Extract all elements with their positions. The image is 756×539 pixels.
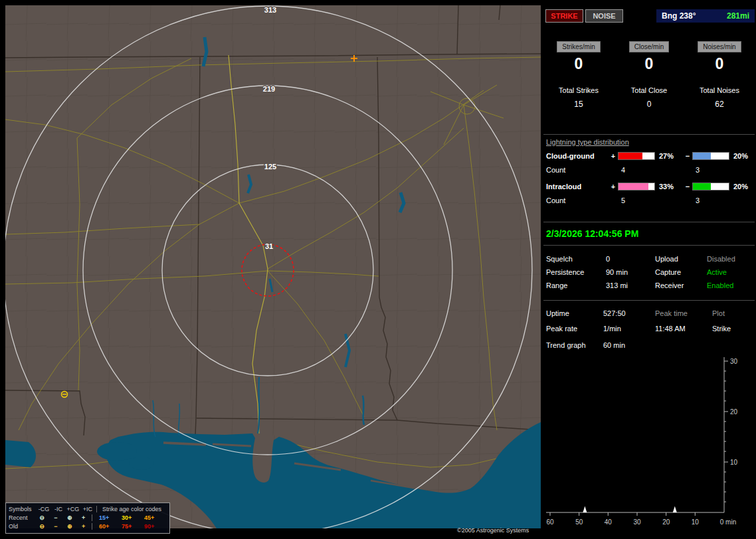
upload-status: Disabled	[707, 252, 755, 266]
cg-plus-count: 4	[618, 166, 656, 174]
legend-age-header: Strike age color codes	[96, 506, 167, 512]
persistence-value: 90 min	[606, 266, 655, 279]
map-legend: Symbols -CG -IC +CG +IC Strike age color…	[5, 502, 170, 534]
ring-label-313: 313	[264, 6, 276, 14]
ic-minus-bar	[692, 183, 729, 191]
plot-value: Strike	[712, 321, 755, 337]
bearing-display: Bng 238° 281mi	[656, 9, 755, 23]
neg-cg-old-icon: ⊖	[35, 523, 49, 530]
total-strikes-value: 15	[543, 100, 614, 109]
ring-label-125: 125	[264, 163, 276, 171]
noise-button[interactable]: NOISE	[585, 9, 623, 23]
svg-text:10: 10	[730, 459, 738, 466]
svg-text:0 min: 0 min	[720, 518, 736, 526]
intracloud-count-row: Count 5 3	[546, 196, 752, 204]
peak-time-header: Peak time	[655, 306, 712, 321]
ic-minus-count: 3	[692, 196, 731, 204]
legend-col-neg-cg: -CG	[37, 506, 51, 512]
age-code-30: 30+	[122, 514, 144, 521]
cg-minus-count: 3	[692, 166, 731, 174]
svg-text:30: 30	[633, 518, 641, 526]
range-value: 313 mi	[606, 279, 655, 292]
uptime-label: Uptime	[546, 306, 603, 321]
distribution-title: Lightning type distribution	[546, 138, 752, 146]
close-per-min-value: 0	[614, 55, 684, 73]
strikes-per-min-label: Strikes/min	[557, 41, 600, 52]
squelch-label: Squelch	[546, 252, 606, 266]
count-label: Count	[546, 166, 609, 174]
total-noises-label: Total Noises	[684, 86, 755, 94]
intracloud-row: Intracloud + 33% − 20%	[546, 183, 752, 191]
trend-header: Trend graph 60 min	[543, 341, 755, 349]
bearing-label: Bng 238°	[662, 11, 696, 21]
pos-cg-old-icon: ⊕	[62, 523, 76, 530]
strike-button[interactable]: STRIKE	[545, 9, 583, 23]
age-code-75: 75+	[122, 523, 144, 530]
distribution-section: Lightning type distribution Cloud-ground…	[543, 134, 755, 213]
age-code-90: 90+	[144, 523, 167, 530]
stats-section: Uptime 527:50 Peak time Plot Peak rate 1…	[543, 300, 755, 337]
legend-col-neg-ic: -IC	[51, 506, 66, 512]
panel-header: STRIKE NOISE Bng 238° 281mi	[543, 9, 755, 23]
svg-text:10: 10	[692, 518, 700, 526]
settings-section: Squelch 0 Upload Disabled Persistence 90…	[543, 248, 755, 292]
peak-rate-label: Peak rate	[546, 321, 603, 337]
pos-cg-recent-icon: ⊕	[62, 514, 76, 521]
ic-plus-count: 5	[618, 196, 656, 204]
svg-text:50: 50	[575, 518, 583, 526]
cloud-ground-count-row: Count 4 3	[546, 166, 752, 174]
svg-text:40: 40	[605, 518, 613, 526]
squelch-value: 0	[606, 252, 655, 266]
trend-x-labels: 60 50 40 30 20 10 0 min	[546, 518, 736, 526]
total-close-label: Total Close	[614, 86, 684, 94]
age-code-45: 45+	[144, 514, 167, 521]
cg-minus-pct: 20%	[731, 152, 756, 160]
trend-plot-spikes	[583, 506, 676, 512]
peak-rate-value: 1/min	[603, 321, 655, 337]
trend-y-labels: 30 20 10	[730, 358, 738, 466]
ic-plus-bar	[618, 183, 655, 191]
legend-col-pos-ic: +IC	[80, 506, 95, 512]
lightning-map[interactable]: 313 219 125 31	[5, 5, 541, 528]
close-per-min-label: Close/min	[629, 41, 669, 52]
legend-symbols-header: Symbols	[9, 506, 37, 512]
datetime-display: 2/3/2026 12:04:56 PM	[543, 222, 755, 246]
svg-text:20: 20	[730, 408, 738, 416]
capture-status: Active	[707, 266, 755, 279]
plus-sign: +	[609, 183, 618, 191]
rates-section: Strikes/min 0 Close/min 0 Noises/min 0	[543, 41, 755, 73]
noises-per-min-value: 0	[684, 55, 755, 73]
neg-ic-old-icon: −	[49, 523, 63, 530]
ring-label-219: 219	[263, 85, 275, 93]
cg-plus-bar	[618, 152, 655, 160]
legend-row-old-label: Old	[9, 523, 35, 530]
legend-col-pos-cg: +CG	[66, 506, 80, 512]
pos-ic-old-icon: +	[76, 523, 90, 530]
copyright-text: ©2005 Astrogenic Systems	[457, 527, 529, 534]
svg-text:20: 20	[662, 518, 670, 526]
total-close-value: 0	[614, 100, 684, 109]
ring-label-31: 31	[265, 242, 273, 250]
neg-cg-recent-icon: ⊖	[35, 514, 49, 521]
pos-ic-recent-icon: +	[76, 514, 90, 521]
trend-graph: 30 20 10 60 50 40 30 20 10 0 min	[543, 353, 755, 534]
cloud-ground-row: Cloud-ground + 27% − 20%	[546, 152, 752, 160]
uptime-value: 527:50	[603, 306, 655, 321]
totals-section: Total Strikes 15 Total Close 0 Total Noi…	[543, 86, 755, 109]
age-code-60: 60+	[99, 523, 122, 530]
legend-row-recent-label: Recent	[9, 514, 35, 521]
total-noises-value: 62	[684, 100, 755, 109]
trend-graph-canvas: 30 20 10 60 50 40 30 20 10 0 min	[543, 353, 743, 532]
minus-sign: −	[683, 183, 692, 191]
trend-axes	[546, 357, 728, 516]
strikes-per-min-value: 0	[543, 55, 614, 73]
age-code-15: 15+	[99, 514, 122, 521]
receiver-status: Enabled	[707, 279, 755, 292]
minus-sign: −	[683, 152, 692, 160]
map-canvas: 313 219 125 31	[5, 5, 541, 528]
svg-text:60: 60	[546, 518, 554, 526]
bearing-distance: 281mi	[727, 11, 749, 21]
capture-label: Capture	[655, 266, 707, 279]
upload-label: Upload	[655, 252, 707, 266]
trend-graph-label: Trend graph	[546, 341, 603, 349]
